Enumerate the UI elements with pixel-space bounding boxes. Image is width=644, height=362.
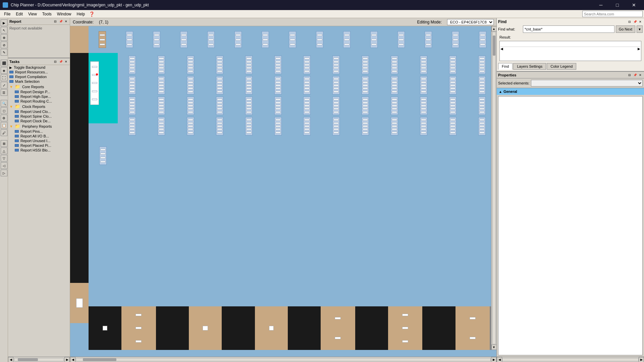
io-pin [235, 34, 241, 36]
menu-file[interactable]: File [1, 11, 13, 17]
props-hscrollbar[interactable]: ◀ ▶ [497, 357, 644, 362]
toolbar-btn-18[interactable]: ▽ [1, 155, 7, 162]
task-report-high-spe[interactable]: Report High-Spe... [8, 94, 70, 99]
toolbar-btn-9[interactable]: ⤢ [1, 82, 7, 88]
find-tab-find[interactable]: Find [498, 63, 513, 70]
tasks-close-icon[interactable]: ✕ [64, 59, 68, 64]
tasks-pin-icon[interactable]: 📌 [58, 59, 63, 64]
left-panel-scrollbar[interactable]: ◀ ▶ [8, 357, 70, 362]
props-pin-icon[interactable]: 📌 [633, 73, 637, 77]
task-report-hssi-blo[interactable]: Report HSSI Blo... [8, 148, 70, 153]
altera-search-input[interactable] [582, 11, 643, 17]
left-scroll-right[interactable]: ▶ [64, 357, 70, 362]
canvas-hscroll-right[interactable]: ▶ [491, 357, 496, 362]
task-group-clock-reports[interactable]: ▼ 📁 Clock Reports [8, 104, 70, 109]
bottom-beige-5 [388, 306, 422, 350]
task-report-routing-c[interactable]: Report Routing C... [8, 99, 70, 104]
find-what-input[interactable] [523, 25, 614, 33]
canvas-vscroll-thumb[interactable] [493, 36, 495, 56]
chip-canvas[interactable]: ↗ ▲ ▼ [70, 26, 496, 357]
task-report-design-p[interactable]: Report Design P... [8, 89, 70, 94]
left-scroll-left[interactable]: ◀ [8, 357, 13, 362]
canvas-vscroll-down[interactable]: ▼ [491, 345, 497, 350]
canvas-vscroll-up[interactable]: ▲ [491, 26, 497, 32]
clock-reports-arrow: ▼ [9, 105, 13, 109]
task-report-spine-clo[interactable]: Report Spine Clo... [8, 114, 70, 119]
task-report-resources[interactable]: Report Resources... [8, 70, 70, 74]
find-go-next-button[interactable]: Go Next [616, 25, 635, 33]
find-tab-color[interactable]: Color Legend [547, 63, 576, 70]
bottom-beige-3 [255, 306, 288, 350]
toolbar-btn-15[interactable]: 🖊 [1, 129, 7, 136]
io-top-col-10 [333, 26, 361, 53]
toolbar-btn-16[interactable]: ⊞ [1, 140, 7, 147]
io-pin [398, 44, 404, 45]
task-group-core-reports[interactable]: ▼ 📁 Core Reports [8, 84, 70, 89]
menu-view[interactable]: View [25, 11, 40, 17]
io-col-main-8 [292, 53, 322, 323]
canvas-hscrollbar[interactable]: ◀ ▶ [70, 357, 496, 362]
toolbar-btn-19[interactable]: ◁ [1, 162, 7, 169]
toolbar-btn-4[interactable]: ⊘ [1, 42, 7, 48]
close-button[interactable]: ✕ [626, 0, 641, 10]
report-close-icon[interactable]: ✕ [64, 19, 68, 24]
toolbar-btn-8[interactable]: ⛶ [1, 74, 7, 81]
toolbar-btn-14[interactable]: 📋 [1, 122, 7, 129]
task-report-unused-i[interactable]: Report Unused I... [8, 138, 70, 143]
toolbar-btn-7[interactable]: ◈ [1, 67, 7, 74]
toolbar-btn-13[interactable]: ⚙ [1, 115, 7, 121]
toolbar-btn-6[interactable]: ⬛ [1, 60, 7, 66]
props-float-icon[interactable]: ⊟ [627, 73, 632, 77]
report-float-icon[interactable]: ⊟ [53, 19, 58, 24]
toolbar-btn-2[interactable]: ↖ [1, 27, 7, 34]
toolbar-btn-11[interactable]: 🔍 [1, 100, 7, 107]
left-scroll-thumb[interactable] [18, 358, 38, 361]
find-pin-icon[interactable]: 📌 [633, 19, 637, 24]
toolbar-btn-17[interactable]: △ [1, 147, 7, 154]
find-float-icon[interactable]: ⊟ [627, 19, 632, 24]
menu-edit[interactable]: Edit [13, 11, 25, 17]
task-mark-selection[interactable]: Mark Selection [8, 79, 70, 84]
task-report-clock-de[interactable]: Report Clock De... [8, 119, 70, 123]
task-report-placed-pi[interactable]: Report Placed Pi... [8, 143, 70, 148]
bottom-black-1 [89, 306, 121, 350]
toolbar-btn-20[interactable]: ▷ [1, 170, 7, 176]
result-scroll-left[interactable]: ◀ [500, 47, 503, 51]
task-toggle-background[interactable]: ▶ Toggle Background [8, 65, 70, 70]
menu-tools[interactable]: Tools [40, 11, 54, 17]
task-report-compilation[interactable]: Report Compilation [8, 74, 70, 79]
task-report-all-io[interactable]: Report All I/O B... [8, 134, 70, 138]
props-hscroll-right[interactable]: ▶ [639, 357, 644, 362]
selected-elements-select[interactable] [531, 80, 643, 86]
canvas-hscroll-left[interactable]: ◀ [70, 357, 75, 362]
toolbar-btn-12[interactable]: ◻ [1, 107, 7, 114]
props-close-icon[interactable]: ✕ [638, 73, 643, 77]
find-dropdown-button[interactable]: ▼ [637, 25, 643, 33]
find-close-icon[interactable]: ✕ [638, 19, 643, 24]
general-section-header[interactable]: ▲ General [497, 88, 644, 95]
props-hscroll-left[interactable]: ◀ [497, 357, 502, 362]
result-scroll-right[interactable]: ▶ [638, 47, 640, 51]
maximize-button[interactable]: □ [610, 0, 625, 10]
find-tab-layers[interactable]: Layers Settings [513, 63, 546, 70]
canvas-hscroll-thumb[interactable] [83, 358, 116, 361]
minimize-button[interactable]: ─ [593, 0, 608, 10]
toolbar-btn-1[interactable]: ▶ [1, 19, 7, 26]
task-report-pins[interactable]: Report Pins... [8, 129, 70, 134]
io-main-grid [89, 53, 496, 323]
task-group-periphery-reports[interactable]: ▼ 📁 Periphery Reports [8, 123, 70, 129]
toolbar-btn-5[interactable]: ✎ [1, 49, 7, 56]
io-pin [100, 34, 105, 36]
general-arrow-icon: ▲ [499, 90, 502, 94]
menu-window[interactable]: Window [54, 11, 74, 17]
task-report-used-clo[interactable]: Report Used Clo... [8, 109, 70, 114]
canvas-vscrollbar[interactable]: ▲ ▼ [491, 26, 496, 350]
toolbar-btn-10[interactable]: ☰ [1, 89, 7, 96]
editing-mode-select[interactable]: ECO - EP4CE6F17C8 [447, 19, 494, 25]
toolbar-btn-3[interactable]: ⊕ [1, 34, 7, 41]
report-pin-icon[interactable]: 📌 [58, 19, 63, 24]
periphery-reports-arrow: ▼ [9, 124, 13, 128]
help-icon[interactable]: ❓ [89, 11, 95, 17]
menu-help[interactable]: Help [74, 11, 88, 17]
tasks-float-icon[interactable]: ⊟ [53, 59, 58, 64]
